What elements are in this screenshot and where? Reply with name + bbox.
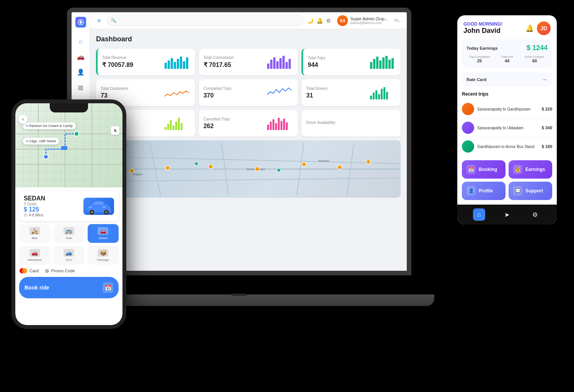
stat-label-completed: Completed Trips bbox=[204, 86, 232, 91]
trip-completed-stat: Trip Completed 25 bbox=[466, 55, 492, 63]
widget-nav-settings[interactable]: ⚙ bbox=[529, 208, 541, 221]
svg-rect-15 bbox=[285, 62, 288, 69]
extra-charges-value: 60 bbox=[522, 59, 548, 63]
payment-promo[interactable]: ⊕ Promo Code bbox=[45, 268, 75, 274]
svg-rect-22 bbox=[385, 56, 388, 69]
back-button[interactable]: ‹ bbox=[18, 115, 28, 124]
svg-rect-40 bbox=[270, 122, 272, 130]
profile-button[interactable]: 👤 Profile bbox=[462, 182, 506, 200]
svg-rect-10 bbox=[270, 60, 272, 69]
extra-charges-stat: Extra Charges 60 bbox=[522, 55, 548, 63]
page-title: Dashboard bbox=[96, 35, 401, 43]
stat-value-commission: ₹ 7017.65 bbox=[204, 61, 234, 68]
trip-info-1: Saravanapatty to Gandhipuram bbox=[477, 107, 538, 111]
phone-map-label1: ● Ranison Ice Cream & Candy bbox=[23, 122, 76, 129]
svg-rect-18 bbox=[373, 59, 375, 69]
phone: ● Ranison Ice Cream & Candy ● Citgo, 19t… bbox=[11, 99, 126, 329]
svg-rect-20 bbox=[379, 60, 382, 69]
commission-chart bbox=[266, 55, 293, 69]
booking-label: Booking bbox=[479, 167, 497, 172]
stat-label-trips: Total Trips bbox=[308, 56, 325, 60]
trip-amount-2: $ 340 bbox=[541, 125, 552, 130]
svg-line-48 bbox=[96, 156, 401, 164]
booking-icon: 📅 bbox=[466, 165, 476, 174]
svg-point-65 bbox=[277, 168, 280, 172]
content-area: Dashboard Total Revenue ₹ 70057.89 bbox=[90, 29, 407, 271]
stat-label-cancelled: Cancelled Trips bbox=[204, 117, 230, 121]
vehicle-type-suv[interactable]: 🚙 SUV bbox=[53, 246, 84, 265]
sidebar-item-analytics[interactable]: ▦ bbox=[76, 83, 85, 92]
widget-header-icons: 🔔 JD bbox=[525, 21, 551, 35]
sidebar-item-home[interactable]: ⌂ bbox=[76, 37, 85, 46]
phone-map-grid: ● Ranison Ice Cream & Candy ● Citgo, 19t… bbox=[15, 103, 122, 187]
support-label: Support bbox=[525, 188, 543, 194]
earnings-label: Today Earnings bbox=[466, 46, 498, 50]
svg-rect-16 bbox=[289, 59, 291, 69]
svg-point-76 bbox=[91, 211, 93, 213]
stat-label-commission: Total Commission bbox=[204, 55, 234, 60]
support-button[interactable]: 💬 Support bbox=[509, 182, 552, 200]
widget-nav-navigate[interactable]: ➤ bbox=[501, 208, 513, 221]
close-icon[interactable]: ✕ bbox=[95, 16, 104, 25]
svg-rect-74 bbox=[61, 146, 67, 150]
svg-rect-6 bbox=[180, 57, 182, 69]
phone-map: ● Ranison Ice Cream & Candy ● Citgo, 19t… bbox=[15, 103, 122, 187]
stat-value-drivers: 31 bbox=[306, 92, 328, 99]
trip-completed-label: Trip Completed bbox=[466, 55, 492, 59]
trips-chart bbox=[369, 55, 396, 69]
rate-card-row[interactable]: Rate Card → bbox=[462, 72, 552, 87]
stat-card-commission: Total Commission ₹ 7017.65 bbox=[199, 49, 298, 75]
earnings-button[interactable]: 💰 Earnings bbox=[509, 160, 552, 179]
widget-bell-icon[interactable]: 🔔 bbox=[525, 24, 534, 33]
earnings-label: Earnings bbox=[525, 167, 545, 172]
svg-rect-27 bbox=[375, 90, 377, 99]
sidebar-item-car[interactable]: 🚗 bbox=[76, 52, 85, 61]
payment-card[interactable]: Card bbox=[19, 268, 39, 274]
vehicle-type-auto[interactable]: 🚌 Auto bbox=[53, 224, 84, 243]
vehicle-label-package: Package bbox=[97, 258, 109, 262]
sedan-car-image bbox=[83, 198, 114, 215]
cancelled-chart bbox=[266, 116, 293, 130]
vehicle-type-bike[interactable]: 🛵 Bike bbox=[19, 224, 50, 243]
settings-icon[interactable]: ⚙ bbox=[326, 18, 331, 24]
book-ride-button[interactable]: Book ride 📅 bbox=[19, 277, 119, 298]
vehicle-type-package[interactable]: 📦 Package bbox=[88, 246, 119, 265]
profile-icon: 👤 bbox=[466, 186, 476, 195]
svg-rect-21 bbox=[382, 57, 385, 69]
vehicle-label-bike: Bike bbox=[32, 236, 38, 240]
svg-point-63 bbox=[130, 169, 134, 173]
map-icon-1[interactable]: ⇅ bbox=[111, 126, 119, 135]
booking-button[interactable]: 📅 Booking bbox=[462, 160, 506, 179]
moon-icon[interactable]: 🌙 bbox=[307, 18, 313, 24]
vehicle-label-suv: SUV bbox=[66, 258, 72, 262]
user-profile[interactable]: SA Super Admin (Sup... admin@fleetora.co… bbox=[337, 15, 388, 26]
search-input[interactable]: 🔍 bbox=[107, 15, 304, 26]
vehicle-type-hatchback[interactable]: 🚗 Hatchback bbox=[19, 246, 50, 265]
user-email: admin@fleetora.com bbox=[350, 21, 388, 25]
svg-point-59 bbox=[255, 167, 259, 171]
stat-value-trips: 944 bbox=[308, 62, 325, 68]
trip-amount-1: $ 220 bbox=[541, 107, 552, 111]
sidebar-item-users[interactable]: 👤 bbox=[76, 67, 85, 76]
app-logo[interactable] bbox=[75, 17, 86, 28]
svg-rect-2 bbox=[168, 60, 170, 69]
svg-point-57 bbox=[166, 166, 170, 170]
vehicle-type-sedan[interactable]: 🚗 Sedan bbox=[88, 224, 119, 243]
vehicle-label-hatchback: Hatchback bbox=[28, 258, 42, 262]
phone-screen: ● Ranison Ice Cream & Candy ● Citgo, 19t… bbox=[15, 103, 122, 325]
svg-rect-32 bbox=[165, 127, 166, 130]
revenue-chart bbox=[164, 55, 191, 69]
trip-route-3: Gandhipuram to Annur Bus Stand bbox=[477, 145, 538, 149]
svg-rect-1 bbox=[165, 63, 167, 69]
bell-icon[interactable]: 🔔 bbox=[316, 18, 323, 24]
stat-value-cancelled: 262 bbox=[204, 123, 230, 130]
total-km-value: 44 bbox=[494, 59, 520, 63]
total-km-label: Total KM bbox=[494, 55, 520, 59]
suv-icon: 🚙 bbox=[64, 249, 74, 257]
widget-nav-home[interactable]: ⌂ bbox=[473, 208, 485, 221]
svg-rect-14 bbox=[282, 56, 285, 69]
svg-rect-12 bbox=[276, 61, 279, 69]
profile-label: Profile bbox=[479, 188, 493, 194]
stat-card-drivers: Total Drivers 31 bbox=[302, 79, 401, 106]
earnings-header: Today Earnings $ 1244 bbox=[466, 44, 548, 52]
